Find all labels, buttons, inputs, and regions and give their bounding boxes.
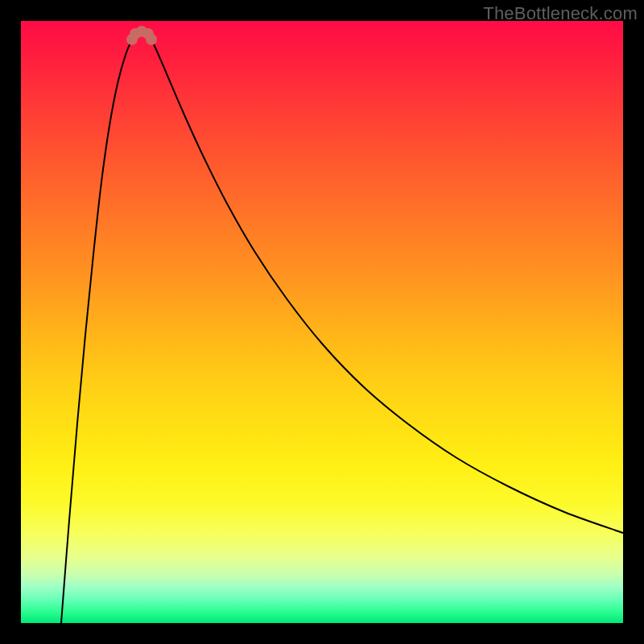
outer-black-frame: TheBottleneck.com [0,0,644,644]
right-curve [148,34,623,533]
valley-marker-dot [146,34,157,45]
plot-area [21,21,623,623]
curves-svg [21,21,623,623]
left-curve [61,34,135,623]
valley-u-markers [126,26,157,45]
watermark-text: TheBottleneck.com [483,3,638,24]
